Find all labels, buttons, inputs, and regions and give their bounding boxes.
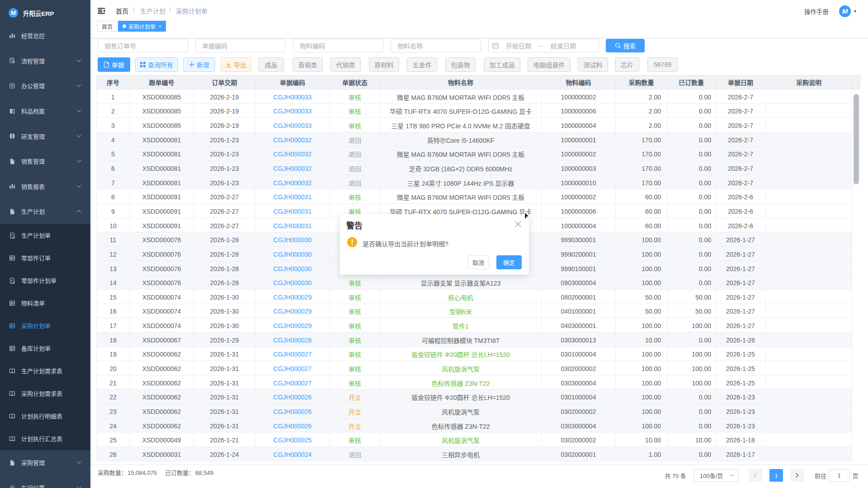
svg-text:M: M [11, 9, 16, 16]
svg-text:M: M [842, 7, 848, 15]
